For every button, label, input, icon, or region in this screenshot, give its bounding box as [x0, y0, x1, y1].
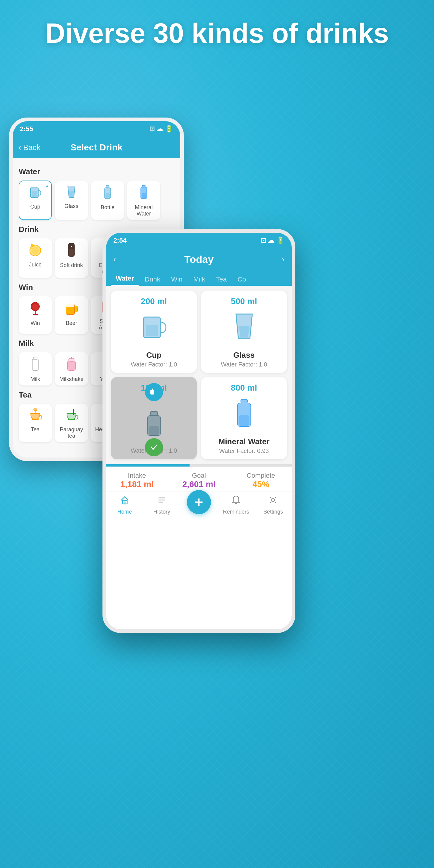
juice-label: Juice [29, 261, 41, 268]
svg-rect-50 [150, 390, 154, 395]
softdrink-label: Soft drink [60, 262, 83, 269]
mineral-factor: Water Factor: 0.93 [219, 447, 269, 455]
svg-point-20 [32, 304, 38, 310]
goal-label: Goal [168, 472, 230, 479]
history-icon [157, 495, 167, 507]
drink-item-cup[interactable]: Cup [19, 181, 52, 220]
milk-label: Milk [30, 376, 40, 382]
svg-rect-7 [142, 185, 145, 187]
bottle-icon [103, 185, 112, 202]
phone2-navbar: Home History [106, 492, 292, 520]
milk-icon [31, 356, 39, 374]
juice-icon [29, 243, 42, 259]
nav-add[interactable] [180, 496, 217, 514]
drink-item-wine[interactable]: Win [19, 296, 52, 334]
wine-icon [30, 301, 41, 318]
phone1-titlebar: ‹ Back Select Drink [13, 137, 180, 158]
tea-icon [28, 408, 42, 424]
beer-label: Beer [66, 320, 77, 327]
tab-tea[interactable]: Tea [211, 273, 231, 286]
stat-complete: Complete 45% [230, 472, 292, 489]
phone1-back-label[interactable]: Back [23, 143, 41, 152]
drink-item-bottle[interactable]: Bottle [91, 181, 124, 220]
phone1-back-button[interactable]: ‹ Back [19, 143, 40, 152]
tab-milk[interactable]: Milk [189, 273, 210, 286]
home-icon [120, 495, 130, 507]
wine-label: Win [31, 320, 40, 327]
intake-value: 1,181 ml [106, 479, 168, 489]
drink-item-tea[interactable]: Tea [19, 404, 52, 442]
tab-water[interactable]: Water [111, 272, 138, 286]
svg-rect-51 [152, 389, 153, 390]
drink-card-cup[interactable]: 200 ml Cup Water Factor: 1.0 [111, 290, 197, 373]
tab-win[interactable]: Win [166, 273, 187, 286]
svg-marker-49 [239, 326, 249, 338]
paraguay-icon [64, 408, 79, 424]
progress-bar-fill [106, 464, 190, 467]
mineral-label: Mineral Water [130, 204, 157, 217]
milkshake-label: Milkshake [59, 376, 84, 382]
phone1-statusbar: 2:55 ⊡ ☁ 🔋 [13, 121, 180, 137]
nav-settings-label: Settings [264, 509, 283, 515]
svg-rect-52 [150, 411, 158, 415]
drink-item-mineral[interactable]: Mineral Water [127, 181, 160, 220]
tab-drink[interactable]: Drink [140, 273, 165, 286]
drink-item-beer[interactable]: Beer [55, 296, 88, 334]
add-button[interactable] [187, 490, 211, 514]
phone2-device: 2:54 ⊡ ☁ 🔋 ‹ Today › Water Drink Win Mil… [102, 229, 296, 633]
nav-home-label: Home [118, 509, 132, 515]
phone1-title: Select Drink [70, 142, 122, 153]
phone2-time: 2:54 [113, 237, 127, 244]
nav-settings[interactable]: Settings [255, 495, 292, 515]
cup-label: Cup [30, 204, 40, 210]
phone2-next-button[interactable]: › [282, 254, 284, 264]
chevron-left-icon: ‹ [19, 143, 22, 152]
nav-history[interactable]: History [143, 495, 180, 515]
bottle-check-circle [145, 438, 163, 456]
svg-rect-24 [66, 304, 74, 307]
drink-card-mineral[interactable]: 800 ml Mineral Water Water Factor: 0.93 [201, 377, 287, 459]
drink-item-paraguay[interactable]: Paraguay tea [55, 404, 88, 442]
bell-icon [231, 495, 241, 507]
complete-label: Complete [230, 472, 292, 479]
svg-rect-59 [124, 501, 126, 504]
svg-rect-30 [33, 357, 37, 360]
cup-factor: Water Factor: 1.0 [131, 361, 177, 368]
glass-ml: 500 ml [231, 297, 257, 306]
bottle-icon-lg [145, 410, 163, 441]
svg-text:●: ● [70, 245, 72, 248]
phone2-screen: 2:54 ⊡ ☁ 🔋 ‹ Today › Water Drink Win Mil… [106, 233, 292, 629]
svg-rect-54 [149, 426, 159, 435]
phone2-prev-button[interactable]: ‹ [113, 254, 116, 264]
cup-name: Cup [146, 350, 161, 360]
drink-item-milkshake[interactable]: Milkshake [55, 352, 88, 385]
svg-point-11 [32, 247, 39, 254]
svg-rect-15 [69, 249, 73, 256]
glass-icon-lg [234, 312, 255, 346]
drink-card-glass[interactable]: 500 ml Glass Water Factor: 1.0 [201, 290, 287, 373]
phone2-drink-grid: 200 ml Cup Water Factor: 1.0 500 ml [106, 286, 292, 464]
phone2-stats-bar: Intake 1,181 ml Goal 2,601 ml Complete 4… [106, 467, 292, 492]
svg-point-13 [31, 244, 33, 247]
phone2-status-icons: ⊡ ☁ 🔋 [261, 237, 284, 244]
drink-item-glass[interactable]: Glass [55, 181, 88, 220]
stat-intake: Intake 1,181 ml [106, 472, 168, 489]
gear-icon [268, 495, 278, 507]
phone1-section-water: Water [19, 167, 174, 176]
glass-name: Glass [233, 350, 255, 360]
cup-ml: 200 ml [141, 297, 167, 306]
phone2-title: Today [184, 253, 214, 265]
svg-point-66 [272, 498, 275, 501]
svg-marker-3 [69, 191, 74, 197]
mineral-icon [140, 185, 148, 202]
drink-item-milk[interactable]: Milk [19, 352, 52, 385]
intake-label: Intake [106, 472, 168, 479]
mineral-icon-lg [236, 398, 253, 432]
tab-co[interactable]: Co [233, 273, 251, 286]
drink-item-juice[interactable]: Juice [19, 239, 52, 278]
drink-item-softdrink[interactable]: ● Soft drink [55, 239, 88, 278]
nav-home[interactable]: Home [106, 495, 143, 515]
svg-rect-31 [67, 361, 75, 370]
drink-card-bottle[interactable]: 100 ml [111, 377, 197, 459]
nav-reminders[interactable]: Reminders [218, 495, 255, 515]
